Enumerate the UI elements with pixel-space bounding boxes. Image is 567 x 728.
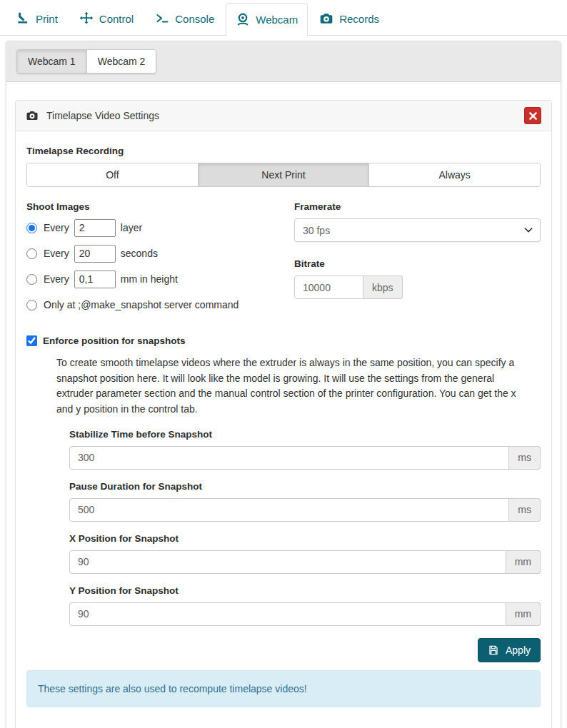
seconds-interval-input[interactable] (74, 245, 116, 263)
camera-icon (319, 11, 333, 26)
option-prefix: Every (44, 222, 69, 233)
layer-interval-input[interactable] (74, 219, 116, 237)
apply-button[interactable]: Apply (478, 638, 541, 662)
option-suffix: layer (121, 222, 142, 233)
webcam-toggle-group: Webcam 1 Webcam 2 (16, 49, 156, 74)
card-header: Timelapse Video Settings (16, 101, 551, 131)
bitrate-label: Bitrate (294, 258, 541, 269)
option-suffix: seconds (121, 248, 158, 259)
webcam-2-button[interactable]: Webcam 2 (86, 50, 156, 73)
apply-row: Apply (26, 638, 541, 662)
bitrate-input-group: kbps (294, 275, 541, 299)
apply-label: Apply (506, 644, 531, 656)
snapshot-fields: Stabilize Time before Snapshot ms Pause … (69, 429, 541, 626)
bitrate-input[interactable] (294, 275, 363, 299)
y-position-label: Y Position for Snapshot (69, 585, 541, 596)
y-position-group: mm (69, 602, 541, 626)
unit-addon: mm (506, 602, 541, 626)
settings-columns: Shoot Images Every layer Every seconds (26, 198, 541, 321)
tab-label: Webcam (256, 14, 298, 26)
close-button[interactable] (524, 107, 541, 124)
webcam-selector-bar: Webcam 1 Webcam 2 (6, 41, 561, 82)
shoot-every-layer-option[interactable]: Every layer (26, 218, 280, 237)
enforce-position-description: To create smooth timelapse videos where … (56, 355, 526, 418)
main-tab-bar: Print Control Console Webcam Records (0, 0, 567, 36)
tab-label: Control (99, 13, 134, 25)
tab-control[interactable]: Control (69, 2, 144, 35)
shoot-images-section: Shoot Images Every layer Every seconds (26, 198, 280, 321)
save-icon (488, 644, 499, 656)
framerate-select-wrap: 30 fps (294, 218, 541, 242)
stabilize-time-input[interactable] (69, 446, 509, 470)
every-height-radio[interactable] (26, 274, 37, 285)
recording-always-button[interactable]: Always (368, 163, 540, 186)
x-position-input[interactable] (69, 550, 506, 574)
shoot-server-command-option[interactable]: Only at ;@make_snapshot server command (26, 295, 280, 314)
tab-label: Records (339, 13, 379, 25)
recording-label: Timelapse Recording (26, 146, 541, 156)
webcam-icon (236, 12, 250, 26)
card-title: Timelapse Video Settings (46, 110, 524, 121)
terminal-icon (155, 11, 169, 26)
recording-button-group: Off Next Print Always (26, 163, 541, 187)
card-body: Timelapse Recording Off Next Print Alway… (16, 131, 551, 728)
server-command-radio[interactable] (26, 300, 37, 310)
tab-records[interactable]: Records (309, 2, 389, 35)
every-seconds-radio[interactable] (26, 248, 37, 259)
stabilize-time-group: ms (69, 446, 541, 470)
shoot-images-label: Shoot Images (26, 201, 280, 212)
timelapse-settings-card: Timelapse Video Settings Timelapse Recor… (15, 100, 552, 728)
move-icon (79, 11, 94, 26)
encoding-section: Framerate 30 fps Bitrate kbps (294, 198, 541, 321)
y-position-input[interactable] (69, 602, 506, 626)
recording-off-button[interactable]: Off (27, 163, 198, 186)
every-layer-radio[interactable] (26, 223, 37, 233)
tab-print[interactable]: Print (6, 2, 68, 35)
close-icon (529, 112, 537, 120)
camera-icon (26, 109, 39, 122)
shoot-every-seconds-option[interactable]: Every seconds (26, 244, 280, 263)
webcam-1-button[interactable]: Webcam 1 (17, 50, 86, 73)
option-label: Only at ;@make_snapshot server command (44, 299, 239, 310)
tab-label: Print (36, 13, 58, 25)
pause-duration-input[interactable] (69, 498, 509, 522)
pause-duration-label: Pause Duration for Snapshot (69, 481, 541, 492)
recording-next-print-button[interactable]: Next Print (198, 163, 369, 186)
stabilize-time-label: Stabilize Time before Snapshot (69, 429, 541, 440)
x-position-group: mm (69, 550, 541, 574)
unit-addon: ms (509, 498, 541, 522)
webcam-content: Webcam 1 Webcam 2 Timelapse Video Settin… (6, 41, 561, 728)
framerate-label: Framerate (294, 201, 541, 212)
option-suffix: mm in height (121, 273, 178, 285)
printer-icon (16, 11, 30, 26)
recompute-info-alert: These settings are also used to recomput… (26, 670, 541, 707)
framerate-select[interactable]: 30 fps (294, 218, 541, 242)
unit-addon: mm (506, 550, 541, 574)
enforce-position-label: Enforce position for snapshots (43, 335, 186, 346)
enforce-position-checkbox[interactable] (26, 335, 37, 346)
enforce-position-option[interactable]: Enforce position for snapshots (26, 335, 541, 346)
shoot-every-height-option[interactable]: Every mm in height (26, 270, 280, 288)
tab-console[interactable]: Console (145, 2, 224, 35)
unit-addon: ms (509, 446, 541, 470)
x-position-label: X Position for Snapshot (69, 533, 541, 544)
option-prefix: Every (44, 248, 69, 259)
tab-webcam[interactable]: Webcam (226, 3, 308, 36)
tab-label: Console (175, 13, 214, 25)
height-interval-input[interactable] (74, 271, 116, 288)
pause-duration-group: ms (69, 498, 541, 522)
unit-addon: kbps (363, 275, 403, 299)
option-prefix: Every (44, 273, 69, 285)
